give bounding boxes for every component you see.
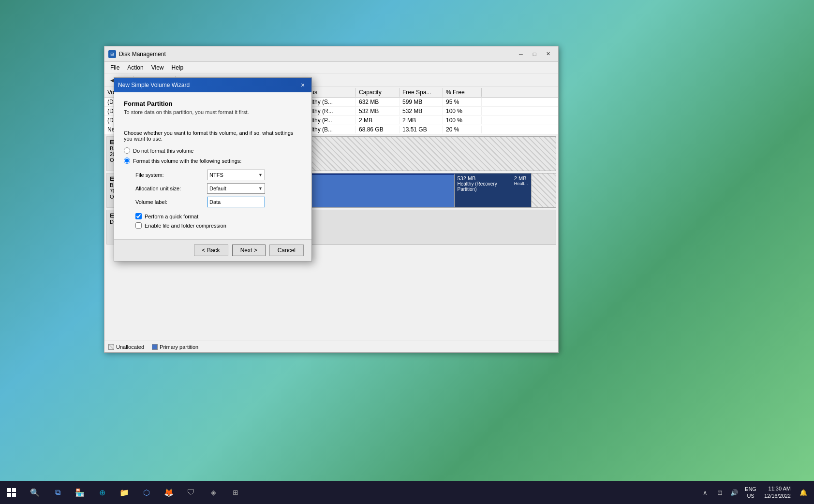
- col-capacity: Capacity: [356, 88, 400, 97]
- app-store-button[interactable]: 🏪: [69, 482, 90, 503]
- search-icon: 🔍: [30, 488, 40, 497]
- disk-1-unallocated[interactable]: [532, 173, 556, 207]
- wizard-dialog: New Simple Volume Wizard × Format Partit…: [114, 77, 312, 261]
- tray-clock[interactable]: 11:30 AM 12/16/2022: [760, 485, 795, 500]
- wizard-section-desc: To store data on this partition, you mus…: [124, 109, 302, 115]
- cell-cap-2: 2 MB: [356, 116, 400, 124]
- back-button[interactable]: < Back: [194, 245, 228, 256]
- alloc-select[interactable]: Default ▼: [207, 183, 265, 194]
- radio-option-format: Format this volume with the following se…: [124, 158, 302, 164]
- cell-cap-0: 632 MB: [356, 98, 400, 106]
- wizard-body: Format Partition To store data on this p…: [114, 92, 311, 239]
- cancel-button[interactable]: Cancel: [269, 245, 304, 256]
- quick-format-label: Perform a quick format: [145, 214, 198, 219]
- fs-label: File system:: [135, 170, 203, 180]
- legend-unallocated-label: Unallocated: [116, 344, 144, 350]
- legend-primary-icon: [152, 344, 158, 350]
- radio-format-label: Format this volume with the following se…: [133, 158, 241, 164]
- menu-bar: File Action View Help: [104, 62, 558, 73]
- tray-lang-text: ENGUS: [745, 486, 756, 500]
- wizard-footer: < Back Next > Cancel: [114, 239, 311, 261]
- compression-checkbox[interactable]: [135, 222, 142, 229]
- edge-button[interactable]: ⊕: [91, 482, 113, 503]
- status-bar: Unallocated Primary partition: [104, 341, 558, 352]
- clock-time: 11:30 AM: [764, 485, 791, 492]
- app-button-8[interactable]: ◈: [203, 482, 224, 503]
- taskbar: 🔍 ⧉ 🏪 ⊕ 📁 ⬡ 🦊 🛡 ◈ ⊞ ∧ ⊡ 🔊 ENGUS 11:30 AM: [0, 481, 814, 504]
- cell-free-3: 13.51 GB: [400, 126, 443, 133]
- cell-pct-2: 100 %: [443, 116, 482, 124]
- alloc-value: Default: [209, 186, 226, 191]
- wizard-question: Choose whether you want to format this v…: [124, 130, 302, 142]
- tray-chevron[interactable]: ∧: [698, 486, 712, 499]
- cell-pct-0: 95 %: [443, 98, 482, 106]
- clock-date: 12/16/2022: [764, 492, 791, 500]
- svg-rect-2: [7, 493, 11, 497]
- desktop: ⊞ Disk Management ─ □ ✕ File Action View…: [0, 0, 814, 504]
- vscode-button[interactable]: ⬡: [136, 482, 157, 503]
- vollabel-label: Volume label:: [135, 197, 203, 207]
- menu-help[interactable]: Help: [168, 63, 188, 72]
- cell-pct-3: 20 %: [443, 126, 482, 133]
- format-settings-form: File system: NTFS ▼ Allocation unit size…: [135, 170, 302, 207]
- app-button-9[interactable]: ⊞: [225, 482, 246, 503]
- tray-volume-icon[interactable]: 🔊: [727, 486, 741, 499]
- tray-network-icon[interactable]: ⊡: [713, 486, 726, 499]
- compression-option: Enable file and folder compression: [135, 222, 302, 229]
- quick-format-checkbox[interactable]: [135, 213, 142, 219]
- alloc-arrow-icon: ▼: [258, 186, 263, 191]
- start-button[interactable]: [0, 481, 23, 504]
- menu-view[interactable]: View: [148, 63, 168, 72]
- taskview-button[interactable]: ⧉: [47, 482, 68, 503]
- fs-select[interactable]: NTFS ▼: [207, 170, 265, 180]
- radio-no-format[interactable]: [124, 147, 130, 154]
- volume-label-input[interactable]: [207, 197, 265, 207]
- cell-free-1: 532 MB: [400, 107, 443, 115]
- legend-primary: Primary partition: [152, 344, 198, 350]
- tray-notification-icon[interactable]: 🔔: [797, 486, 810, 499]
- search-button[interactable]: 🔍: [23, 481, 46, 504]
- radio-option-no-format: Do not format this volume: [124, 147, 302, 154]
- tray-icons: ∧ ⊡ 🔊: [698, 486, 741, 499]
- fs-arrow-icon: ▼: [258, 173, 263, 177]
- radio-group: Do not format this volume Format this vo…: [124, 147, 302, 164]
- window-controls: ─ □ ✕: [515, 49, 554, 59]
- compression-label: Enable file and folder compression: [145, 223, 226, 229]
- cell-free-0: 599 MB: [400, 98, 443, 106]
- wizard-titlebar: New Simple Volume Wizard ×: [114, 78, 311, 92]
- wizard-close-button[interactable]: ×: [298, 81, 308, 89]
- wizard-section-title: Format Partition: [124, 100, 302, 107]
- window-titlebar: ⊞ Disk Management ─ □ ✕: [104, 46, 558, 62]
- col-pct: % Free: [443, 88, 482, 97]
- col-free: Free Spa...: [400, 88, 443, 97]
- checkbox-group: Perform a quick format Enable file and f…: [135, 213, 302, 229]
- security-button[interactable]: 🛡: [180, 482, 202, 503]
- cell-cap-1: 532 MB: [356, 107, 400, 115]
- quick-format-option: Perform a quick format: [135, 213, 302, 219]
- legend-unallocated: Unallocated: [108, 344, 144, 350]
- firefox-button[interactable]: 🦊: [158, 482, 179, 503]
- svg-rect-3: [12, 493, 16, 497]
- maximize-button[interactable]: □: [528, 49, 541, 59]
- app-icon: ⊞: [108, 50, 116, 58]
- radio-format[interactable]: [124, 158, 130, 164]
- menu-action[interactable]: Action: [123, 63, 147, 72]
- cell-cap-3: 68.86 GB: [356, 126, 400, 133]
- legend-unallocated-icon: [108, 344, 114, 350]
- legend-primary-label: Primary partition: [160, 344, 198, 350]
- svg-rect-1: [12, 488, 16, 492]
- disk-1-part-recovery[interactable]: 532 MB Healthy (Recovery Partition): [455, 173, 511, 207]
- close-button[interactable]: ✕: [542, 49, 554, 59]
- minimize-button[interactable]: ─: [515, 49, 527, 59]
- menu-file[interactable]: File: [106, 63, 123, 72]
- tray-language[interactable]: ENGUS: [743, 486, 758, 500]
- next-button[interactable]: Next >: [232, 245, 266, 256]
- wizard-title: New Simple Volume Wizard: [118, 82, 298, 88]
- explorer-button[interactable]: 📁: [114, 482, 135, 503]
- taskbar-apps: ⧉ 🏪 ⊕ 📁 ⬡ 🦊 🛡 ◈ ⊞: [46, 482, 698, 503]
- svg-rect-0: [7, 488, 11, 492]
- windows-icon: [7, 488, 16, 497]
- window-title: Disk Management: [119, 51, 515, 58]
- cell-free-2: 2 MB: [400, 116, 443, 124]
- disk-1-part-small[interactable]: 2 MB Healt...: [511, 173, 532, 207]
